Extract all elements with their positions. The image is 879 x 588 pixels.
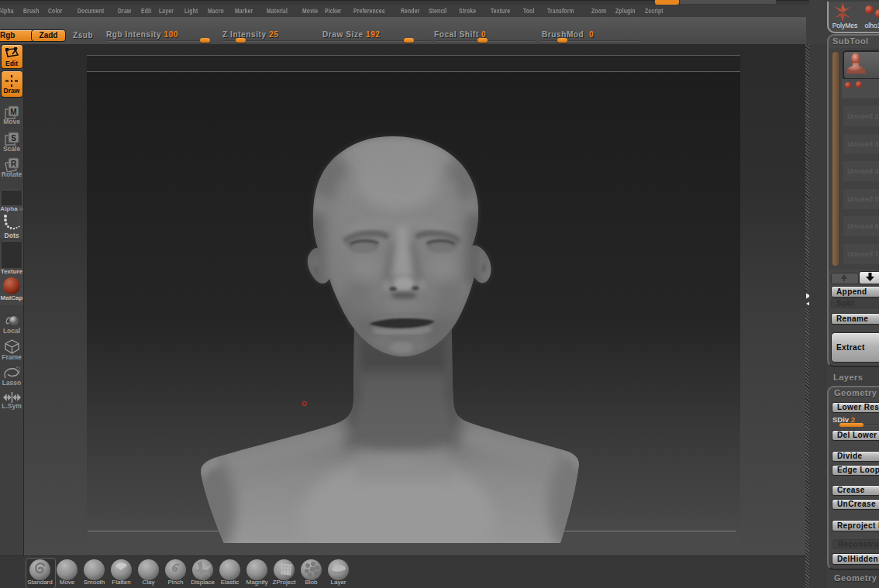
svg-text:M: M — [10, 108, 16, 116]
svg-text:S: S — [11, 134, 16, 143]
svg-text:R: R — [11, 160, 17, 168]
